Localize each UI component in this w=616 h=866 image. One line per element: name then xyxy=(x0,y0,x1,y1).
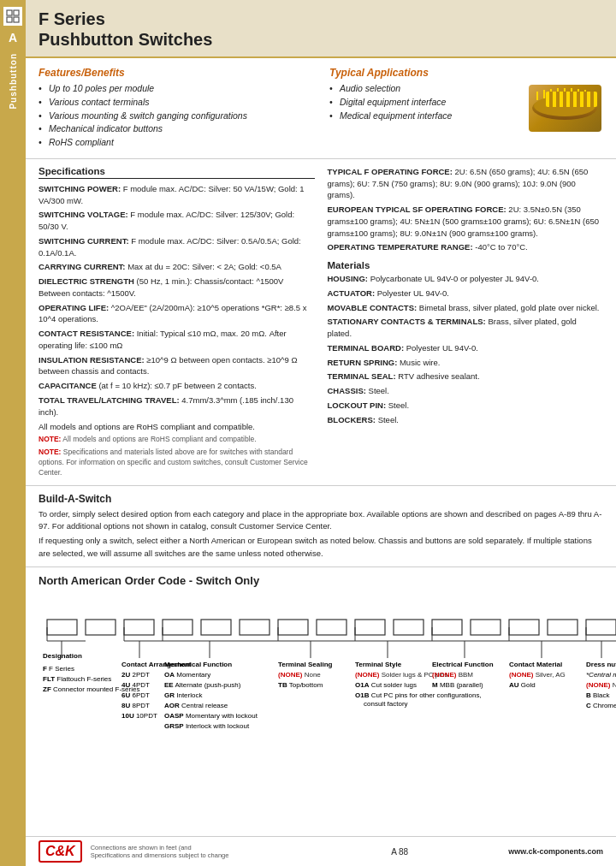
spec-item: TOTAL TRAVEL/LATCHING TRAVEL: 4.7mm/3.3^… xyxy=(38,394,315,418)
spec-item: SWITCHING POWER: F module max. AC/DC: Si… xyxy=(38,183,315,207)
svg-rect-24 xyxy=(394,620,424,635)
svg-text:B  Black: B Black xyxy=(586,691,611,699)
svg-text:(NONE)  No dress nut: (NONE) No dress nut xyxy=(586,681,616,689)
sidebar: A Pushbutton xyxy=(0,0,26,866)
svg-text:O1A  Cut solder lugs: O1A Cut solder lugs xyxy=(355,681,417,689)
spec-item: CAPACITANCE (at f = 10 kHz): ≤0.7 pF bet… xyxy=(38,380,315,392)
features-column: Features/Benefits Up to 10 poles per mod… xyxy=(38,67,312,150)
svg-text:GR  Interlock: GR Interlock xyxy=(164,691,203,699)
footer-page-number: A 88 xyxy=(299,846,500,857)
svg-text:OA  Momentary: OA Momentary xyxy=(164,671,210,679)
material-item: LOCKOUT PIN: Steel. xyxy=(328,400,604,412)
svg-text:Designation: Designation xyxy=(43,652,82,660)
svg-text:10U  10PDT: 10U 10PDT xyxy=(121,712,157,720)
sidebar-icon xyxy=(3,7,22,26)
svg-rect-23 xyxy=(355,620,385,635)
product-image-container xyxy=(526,67,603,150)
svg-text:(NONE)  None: (NONE) None xyxy=(278,671,321,679)
svg-rect-19 xyxy=(201,620,231,635)
sidebar-letter: A xyxy=(9,31,17,44)
svg-rect-26 xyxy=(471,620,500,635)
svg-rect-29 xyxy=(586,620,616,635)
svg-text:TB  Top/bottom: TB Top/bottom xyxy=(278,681,323,689)
svg-text:Mechanical Function: Mechanical Function xyxy=(164,661,232,668)
svg-text:Terminal Sealing: Terminal Sealing xyxy=(278,661,333,668)
list-item: Up to 10 poles per module xyxy=(38,82,312,96)
svg-text:M  MBB (parallel): M MBB (parallel) xyxy=(432,681,483,689)
material-item: TERMINAL SEAL: RTV adhesive sealant. xyxy=(328,371,604,383)
svg-text:AOR  Central release: AOR Central release xyxy=(164,702,228,709)
product-image xyxy=(529,85,601,132)
spec-item: CONTACT RESISTANCE: Initial: Typical ≤10… xyxy=(38,328,315,352)
specs-left-column: Specifications SWITCHING POWER: F module… xyxy=(38,166,315,478)
svg-text:6U  6PDT: 6U 6PDT xyxy=(121,691,150,699)
applications-column: Typical Applications Audio selection Dig… xyxy=(329,67,603,150)
svg-rect-27 xyxy=(509,620,539,635)
spec-item: OPERATING TEMPERATURE RANGE: -40°C to 70… xyxy=(328,241,604,253)
list-item: Medical equipment interface xyxy=(329,110,518,123)
svg-rect-1 xyxy=(14,10,19,15)
svg-text:(NONE)  Silver, AG: (NONE) Silver, AG xyxy=(509,671,566,679)
spec-item: OPERATING LIFE: ^2OA/EE" (2A/200mA): ≥10… xyxy=(38,302,315,326)
svg-text:O1B  Cut PC pins for other con: O1B Cut PC pins for other configurations… xyxy=(355,691,482,699)
list-item: Various mounting & switch ganging config… xyxy=(38,110,312,123)
list-item: RoHS compliant xyxy=(38,136,312,150)
specifications-section: Specifications SWITCHING POWER: F module… xyxy=(26,159,616,486)
applications-title: Typical Applications xyxy=(329,67,518,79)
svg-text:consult factory: consult factory xyxy=(364,700,408,708)
svg-rect-18 xyxy=(163,620,192,635)
svg-rect-15 xyxy=(47,620,77,635)
svg-text:Terminal Style: Terminal Style xyxy=(355,661,402,668)
svg-rect-22 xyxy=(317,620,346,635)
build-title: Build-A-Switch xyxy=(38,493,603,505)
svg-rect-0 xyxy=(7,10,12,15)
page-header: F Series Pushbutton Switches xyxy=(26,0,616,58)
list-item: Digital equipment interface xyxy=(329,96,518,110)
spec-item: TYPICAL F OPERATING FORCE: 2U: 6.5N (650… xyxy=(328,166,604,201)
svg-rect-28 xyxy=(548,620,578,635)
ck-logo: C&K xyxy=(38,840,82,863)
spec-item: INSULATION RESISTANCE: ≥10^9 Ω between o… xyxy=(38,354,315,378)
specifications-title: Specifications xyxy=(38,166,315,179)
svg-point-5 xyxy=(534,96,595,116)
build-text-1: To order, simply select desired option f… xyxy=(38,508,603,533)
svg-text:*Central mounted F-series only: *Central mounted F-series only xyxy=(586,671,616,679)
page-footer: C&K Connections are shown in feet (and S… xyxy=(26,836,616,866)
svg-text:EE  Alternate (push-push): EE Alternate (push-push) xyxy=(164,681,241,689)
spec-item: CARRYING CURRENT: Max at du = 20C: Silve… xyxy=(38,261,315,273)
spec-item: All models and options are RoHS complian… xyxy=(38,421,315,433)
svg-rect-16 xyxy=(86,620,116,635)
footer-disclaimer: Connections are shown in feet (and Speci… xyxy=(91,844,291,859)
svg-text:4U  4PDT: 4U 4PDT xyxy=(121,681,150,689)
svg-text:OASP  Momentary with lockout: OASP Momentary with lockout xyxy=(164,712,258,720)
svg-rect-21 xyxy=(278,620,308,635)
order-code-section: North American Order Code - Switch Only xyxy=(26,567,616,799)
material-item: ACTUATOR: Polyester UL 94V-0. xyxy=(328,288,604,300)
svg-text:Contact Material: Contact Material xyxy=(509,661,562,668)
svg-rect-2 xyxy=(7,17,12,22)
sidebar-category: Pushbutton xyxy=(9,53,18,110)
svg-rect-25 xyxy=(432,620,462,635)
spec-item: EUROPEAN TYPICAL SF OPERATING FORCE: 2U:… xyxy=(328,204,604,239)
materials-title: Materials xyxy=(328,260,604,270)
svg-text:GRSP  Interlock with lockout: GRSP Interlock with lockout xyxy=(164,722,250,730)
material-item: STATIONARY CONTACTS & TERMINALS: Brass, … xyxy=(328,316,604,340)
features-applications-section: Features/Benefits Up to 10 poles per mod… xyxy=(26,58,616,159)
material-item: CHASSIS: Steel. xyxy=(328,385,604,397)
spec-item: SWITCHING CURRENT: F module max. AC/DC: … xyxy=(38,235,315,259)
svg-text:AU  Gold: AU Gold xyxy=(509,681,536,689)
list-item: Various contact terminals xyxy=(38,96,312,110)
material-item: BLOCKERS: Steel. xyxy=(328,414,604,426)
svg-rect-17 xyxy=(124,620,154,635)
material-item: TERMINAL BOARD: Polyester UL 94V-0. xyxy=(328,342,604,354)
build-a-switch-section: Build-A-Switch To order, simply select d… xyxy=(26,486,616,567)
specs-right-column: TYPICAL F OPERATING FORCE: 2U: 6.5N (650… xyxy=(328,166,604,478)
material-item: MOVABLE CONTACTS: Bimetal brass, silver … xyxy=(328,302,604,314)
material-item: RETURN SPRING: Music wire. xyxy=(328,357,604,369)
svg-text:2U  2PDT: 2U 2PDT xyxy=(121,671,150,679)
svg-text:8U  8PDT: 8U 8PDT xyxy=(121,702,150,709)
svg-rect-3 xyxy=(14,17,19,22)
svg-text:(NONE)  BBM: (NONE) BBM xyxy=(432,671,473,679)
svg-text:F  F Series: F F Series xyxy=(43,665,74,673)
spec-item: SWITCHING VOLTAGE: F module max. AC/DC: … xyxy=(38,209,315,233)
